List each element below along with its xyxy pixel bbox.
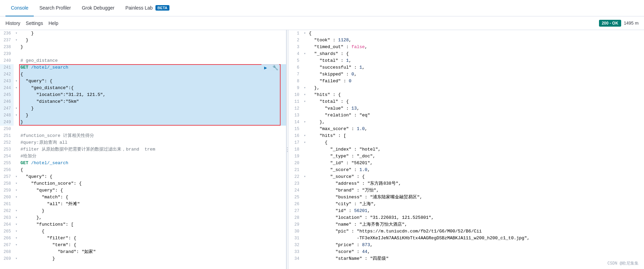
line-number: 258 <box>0 180 14 187</box>
tab-painless-lab[interactable]: Painless Lab BETA <box>120 0 175 16</box>
output-fold-arrow[interactable]: ▾ <box>302 132 308 139</box>
line-number: 266 <box>0 235 14 242</box>
output-line-number: 27 <box>288 208 302 214</box>
output-line-content: "_type" : "_doc", <box>308 153 644 160</box>
line-content: "location":"31.21, 121.5", <box>19 91 286 98</box>
output-line-number: 25 <box>288 194 302 201</box>
tab-search-profiler[interactable]: Search Profiler <box>34 0 76 16</box>
line-content: "query": { <box>19 78 286 85</box>
fold-arrow[interactable]: ▾ <box>14 255 19 262</box>
fold-arrow[interactable]: ▾ <box>14 78 19 85</box>
line-number: 245 <box>0 91 14 98</box>
output-line-content: "address" : "东方路838号", <box>308 180 644 187</box>
output-fold-arrow[interactable]: ▾ <box>302 173 308 180</box>
tab-console[interactable]: Console <box>5 0 34 16</box>
editor-line: 248▾ } <box>0 112 286 119</box>
output-line-number: 18 <box>288 146 302 153</box>
output-line-content: "_shards" : { <box>308 51 644 57</box>
output-line-content: -TF3eXKeIJeN7AASiKHbTtx4AAGRegDSBzMABKJA… <box>308 235 644 242</box>
editor-line: 236▾ } <box>0 30 286 37</box>
wrench-button[interactable]: 🔧 <box>271 64 279 71</box>
editor-line: 238} <box>0 44 286 51</box>
history-link[interactable]: History <box>5 20 20 26</box>
output-fold-arrow[interactable]: ▾ <box>302 119 308 126</box>
output-line: 29 "name" : "上海齐鲁万怡大酒店", <box>288 221 644 228</box>
output-fold-arrow[interactable]: ▾ <box>302 98 308 105</box>
fold-arrow[interactable]: ▾ <box>14 242 19 249</box>
line-number: 263 <box>0 214 14 221</box>
editor-line: 252#query:原始查询 all <box>0 139 286 146</box>
output-line-content: "_id" : "56201", <box>308 160 644 167</box>
output-line-number: 21 <box>288 167 302 173</box>
line-content: #function_score 计算相关性得分 <box>19 132 286 139</box>
fold-arrow[interactable]: ▾ <box>14 105 19 112</box>
output-line-number: 14 <box>288 119 302 126</box>
line-content: "geo_distance":{ <box>19 85 286 91</box>
fold-arrow[interactable]: ▾ <box>14 235 19 242</box>
output-line: 9▾ }, <box>288 85 644 91</box>
output-line: 33 "score" : 44, <box>288 249 644 255</box>
output-fold-arrow[interactable]: ▾ <box>302 30 308 37</box>
output-line: 30 "pic" : "https://m.tuniucdn.com/fb2/t… <box>288 228 644 235</box>
line-content: "query": { <box>19 173 286 180</box>
output-line-content: "_index" : "hotel", <box>308 146 644 153</box>
editor-line: 250 <box>0 126 286 132</box>
run-button[interactable]: ▶ <box>261 64 270 71</box>
settings-link[interactable]: Settings <box>26 20 43 26</box>
output-line: 12 "value" : 13, <box>288 105 644 112</box>
action-buttons[interactable]: ▶ 🔧 <box>261 64 279 71</box>
help-link[interactable]: Help <box>48 20 58 26</box>
output-line-content: "max_score" : 1.0, <box>308 126 644 132</box>
fold-arrow[interactable]: ▾ <box>14 228 19 235</box>
editor-line: 241GET /hotel/_search <box>0 64 286 71</box>
output-line-number: 8 <box>288 78 302 85</box>
line-number: 251 <box>0 132 14 139</box>
fold-arrow[interactable]: ▾ <box>14 208 19 214</box>
line-number: 244 <box>0 85 14 91</box>
line-number: 256 <box>0 167 14 173</box>
output-fold-arrow[interactable]: ▾ <box>302 51 308 57</box>
editor-code-area[interactable]: 236▾ }237▾ }238}239240# geo_distance241G… <box>0 30 286 269</box>
output-fold-arrow[interactable]: ▾ <box>302 85 308 91</box>
fold-arrow[interactable]: ▾ <box>14 180 19 187</box>
output-line-content: "pic" : "https://m.tuniucdn.com/fb2/t1/G… <box>308 228 644 235</box>
output-fold-arrow[interactable]: ▾ <box>302 91 308 98</box>
line-content: "brand": "如家" <box>19 249 286 255</box>
fold-arrow[interactable]: ▾ <box>14 173 19 180</box>
fold-arrow[interactable]: ▾ <box>14 112 19 119</box>
line-content: } <box>19 255 286 262</box>
line-content: GET /hotel/_search <box>19 64 286 71</box>
fold-arrow[interactable]: ▾ <box>14 221 19 228</box>
beta-badge: BETA <box>155 5 169 11</box>
editor-line: 256{ <box>0 167 286 173</box>
line-content: { <box>19 167 286 173</box>
output-line: 20 "_id" : "56201", <box>288 160 644 167</box>
fold-arrow[interactable]: ▾ <box>14 37 19 44</box>
line-content: } <box>19 112 286 119</box>
output-line-content: "price" : 873, <box>308 242 644 249</box>
output-line: 22▾ "_source" : { <box>288 173 644 180</box>
fold-arrow[interactable]: ▾ <box>14 187 19 194</box>
line-content: #query:原始查询 all <box>19 139 286 146</box>
line-content: "all": "外滩" <box>19 201 286 208</box>
tab-grok-debugger[interactable]: Grok Debugger <box>76 0 120 16</box>
output-fold-arrow[interactable]: ▾ <box>302 139 308 146</box>
line-content: "functions": [ <box>19 221 286 228</box>
line-number: 243 <box>0 78 14 85</box>
output-line-number: 9 <box>288 85 302 91</box>
line-number: 254 <box>0 153 14 160</box>
editor-line: 268 "brand": "如家" <box>0 249 286 255</box>
line-number: 259 <box>0 187 14 194</box>
editor-panel[interactable]: 236▾ }237▾ }238}239240# geo_distance241G… <box>0 30 286 269</box>
fold-arrow[interactable]: ▾ <box>14 214 19 221</box>
editor-line: 257▾ "query": { <box>0 173 286 180</box>
output-line: 27 "id" : 56201, <box>288 208 644 214</box>
editor-line: 267▾ "term": { <box>0 242 286 249</box>
fold-arrow[interactable]: ▾ <box>14 85 19 91</box>
fold-arrow[interactable]: ▾ <box>14 30 19 37</box>
output-line-content: "score" : 44, <box>308 249 644 255</box>
fold-arrow[interactable]: ▾ <box>14 194 19 201</box>
line-content: "query": { <box>19 187 286 194</box>
editor-line: 253#filter 从原始数据中把需要计算的数据过滤出来，brand trem <box>0 146 286 153</box>
line-number: 248 <box>0 112 14 119</box>
